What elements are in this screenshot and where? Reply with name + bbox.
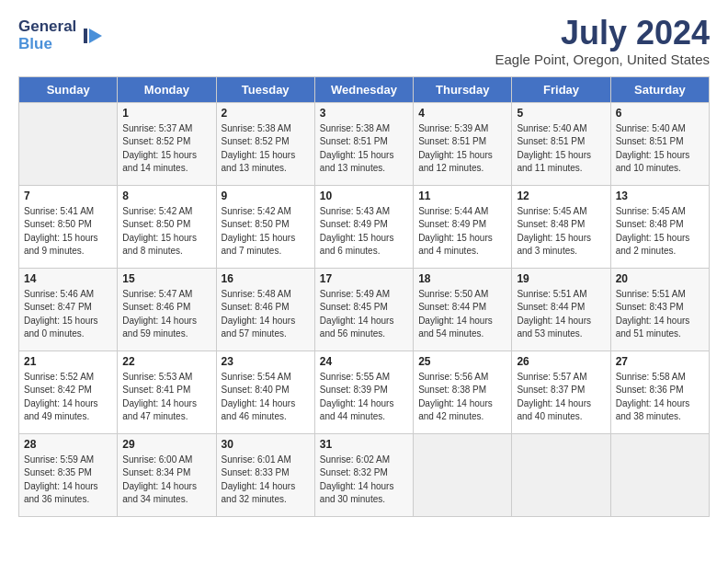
cell-content: Sunrise: 5:59 AM Sunset: 8:35 PM Dayligh… [24, 454, 112, 507]
cell-content: Sunrise: 5:55 AM Sunset: 8:39 PM Dayligh… [320, 371, 408, 424]
location-title: Eagle Point, Oregon, United States [495, 52, 710, 67]
calendar-cell: 10Sunrise: 5:43 AM Sunset: 8:49 PM Dayli… [314, 185, 413, 268]
calendar-cell: 17Sunrise: 5:49 AM Sunset: 8:45 PM Dayli… [314, 268, 413, 350]
calendar-cell: 13Sunrise: 5:45 AM Sunset: 8:48 PM Dayli… [610, 185, 709, 268]
cell-content: Sunrise: 5:58 AM Sunset: 8:36 PM Dayligh… [616, 371, 704, 424]
week-row-4: 21Sunrise: 5:52 AM Sunset: 8:42 PM Dayli… [19, 350, 710, 433]
day-number: 12 [517, 190, 605, 202]
day-number: 20 [616, 272, 704, 285]
calendar-cell: 18Sunrise: 5:50 AM Sunset: 8:44 PM Dayli… [414, 268, 512, 350]
cell-content: Sunrise: 5:37 AM Sunset: 8:52 PM Dayligh… [122, 122, 210, 176]
week-row-5: 28Sunrise: 5:59 AM Sunset: 8:35 PM Dayli… [19, 433, 710, 516]
header-day-tuesday: Tuesday [216, 76, 314, 102]
day-number: 30 [222, 438, 310, 451]
calendar-cell: 29Sunrise: 6:00 AM Sunset: 8:34 PM Dayli… [118, 433, 216, 516]
day-number: 2 [222, 107, 310, 120]
page-header: General Blue July 2024 Eagle Point, Oreg… [18, 15, 710, 67]
day-number: 1 [122, 107, 210, 120]
logo-icon [80, 23, 106, 49]
calendar-cell: 14Sunrise: 5:46 AM Sunset: 8:47 PM Dayli… [19, 268, 118, 350]
week-row-3: 14Sunrise: 5:46 AM Sunset: 8:47 PM Dayli… [19, 268, 710, 350]
cell-content: Sunrise: 5:45 AM Sunset: 8:48 PM Dayligh… [517, 205, 605, 259]
cell-content: Sunrise: 5:42 AM Sunset: 8:50 PM Dayligh… [122, 205, 210, 259]
calendar-cell: 16Sunrise: 5:48 AM Sunset: 8:46 PM Dayli… [216, 268, 314, 350]
day-number: 22 [122, 355, 210, 368]
day-number: 18 [418, 272, 506, 285]
day-number: 16 [222, 272, 310, 285]
calendar-cell: 21Sunrise: 5:52 AM Sunset: 8:42 PM Dayli… [19, 350, 118, 433]
week-row-2: 7Sunrise: 5:41 AM Sunset: 8:50 PM Daylig… [19, 185, 710, 268]
day-number: 8 [122, 190, 210, 202]
calendar-cell: 11Sunrise: 5:44 AM Sunset: 8:49 PM Dayli… [414, 185, 512, 268]
day-number: 10 [320, 190, 408, 202]
calendar-cell: 26Sunrise: 5:57 AM Sunset: 8:37 PM Dayli… [512, 350, 610, 433]
header-day-monday: Monday [118, 76, 216, 102]
calendar-cell: 6Sunrise: 5:40 AM Sunset: 8:51 PM Daylig… [610, 102, 709, 185]
svg-rect-1 [84, 29, 87, 43]
day-number: 31 [320, 438, 408, 451]
calendar-cell: 30Sunrise: 6:01 AM Sunset: 8:33 PM Dayli… [216, 433, 314, 516]
cell-content: Sunrise: 5:49 AM Sunset: 8:45 PM Dayligh… [320, 288, 408, 341]
logo-blue-text: Blue [18, 36, 76, 53]
calendar-cell [414, 433, 512, 516]
calendar-cell: 1Sunrise: 5:37 AM Sunset: 8:52 PM Daylig… [118, 102, 216, 185]
day-number: 28 [24, 438, 112, 451]
cell-content: Sunrise: 5:57 AM Sunset: 8:37 PM Dayligh… [517, 371, 605, 424]
day-number: 29 [122, 438, 210, 451]
cell-content: Sunrise: 5:48 AM Sunset: 8:46 PM Dayligh… [222, 288, 310, 341]
calendar-cell: 5Sunrise: 5:40 AM Sunset: 8:51 PM Daylig… [512, 102, 610, 185]
calendar-body: 1Sunrise: 5:37 AM Sunset: 8:52 PM Daylig… [19, 102, 710, 516]
cell-content: Sunrise: 5:41 AM Sunset: 8:50 PM Dayligh… [24, 205, 112, 259]
calendar-cell: 2Sunrise: 5:38 AM Sunset: 8:52 PM Daylig… [216, 102, 314, 185]
header-day-sunday: Sunday [19, 76, 118, 102]
cell-content: Sunrise: 5:44 AM Sunset: 8:49 PM Dayligh… [418, 205, 506, 259]
header-row: SundayMondayTuesdayWednesdayThursdayFrid… [19, 76, 710, 102]
cell-content: Sunrise: 5:50 AM Sunset: 8:44 PM Dayligh… [418, 288, 506, 341]
day-number: 14 [24, 272, 112, 285]
calendar-cell: 4Sunrise: 5:39 AM Sunset: 8:51 PM Daylig… [414, 102, 512, 185]
cell-content: Sunrise: 6:00 AM Sunset: 8:34 PM Dayligh… [122, 454, 210, 507]
header-day-wednesday: Wednesday [314, 76, 413, 102]
calendar-cell: 15Sunrise: 5:47 AM Sunset: 8:46 PM Dayli… [118, 268, 216, 350]
calendar-cell: 24Sunrise: 5:55 AM Sunset: 8:39 PM Dayli… [314, 350, 413, 433]
cell-content: Sunrise: 5:51 AM Sunset: 8:43 PM Dayligh… [616, 288, 704, 341]
header-day-friday: Friday [512, 76, 610, 102]
day-number: 11 [418, 190, 506, 202]
cell-content: Sunrise: 5:45 AM Sunset: 8:48 PM Dayligh… [616, 205, 704, 259]
calendar-cell: 22Sunrise: 5:53 AM Sunset: 8:41 PM Dayli… [118, 350, 216, 433]
header-day-saturday: Saturday [610, 76, 709, 102]
cell-content: Sunrise: 5:43 AM Sunset: 8:49 PM Dayligh… [320, 205, 408, 259]
calendar-cell: 12Sunrise: 5:45 AM Sunset: 8:48 PM Dayli… [512, 185, 610, 268]
day-number: 6 [616, 107, 704, 120]
day-number: 7 [24, 190, 112, 202]
logo-general-text: General [18, 18, 76, 36]
day-number: 9 [222, 190, 310, 202]
cell-content: Sunrise: 5:40 AM Sunset: 8:51 PM Dayligh… [517, 122, 605, 176]
day-number: 3 [320, 107, 408, 120]
calendar-cell: 25Sunrise: 5:56 AM Sunset: 8:38 PM Dayli… [414, 350, 512, 433]
month-title: July 2024 [495, 15, 710, 52]
calendar-cell: 7Sunrise: 5:41 AM Sunset: 8:50 PM Daylig… [19, 185, 118, 268]
calendar-cell: 20Sunrise: 5:51 AM Sunset: 8:43 PM Dayli… [610, 268, 709, 350]
calendar-cell: 27Sunrise: 5:58 AM Sunset: 8:36 PM Dayli… [610, 350, 709, 433]
calendar-cell: 31Sunrise: 6:02 AM Sunset: 8:32 PM Dayli… [314, 433, 413, 516]
cell-content: Sunrise: 5:42 AM Sunset: 8:50 PM Dayligh… [222, 205, 310, 259]
day-number: 23 [222, 355, 310, 368]
cell-content: Sunrise: 5:54 AM Sunset: 8:40 PM Dayligh… [222, 371, 310, 424]
cell-content: Sunrise: 5:47 AM Sunset: 8:46 PM Dayligh… [122, 288, 210, 341]
header-day-thursday: Thursday [414, 76, 512, 102]
cell-content: Sunrise: 5:51 AM Sunset: 8:44 PM Dayligh… [517, 288, 605, 341]
cell-content: Sunrise: 5:56 AM Sunset: 8:38 PM Dayligh… [418, 371, 506, 424]
cell-content: Sunrise: 5:46 AM Sunset: 8:47 PM Dayligh… [24, 288, 112, 341]
cell-content: Sunrise: 5:38 AM Sunset: 8:51 PM Dayligh… [320, 122, 408, 176]
week-row-1: 1Sunrise: 5:37 AM Sunset: 8:52 PM Daylig… [19, 102, 710, 185]
calendar-cell: 23Sunrise: 5:54 AM Sunset: 8:40 PM Dayli… [216, 350, 314, 433]
day-number: 21 [24, 355, 112, 368]
cell-content: Sunrise: 5:53 AM Sunset: 8:41 PM Dayligh… [122, 371, 210, 424]
day-number: 27 [616, 355, 704, 368]
calendar-cell: 9Sunrise: 5:42 AM Sunset: 8:50 PM Daylig… [216, 185, 314, 268]
calendar-cell: 8Sunrise: 5:42 AM Sunset: 8:50 PM Daylig… [118, 185, 216, 268]
cell-content: Sunrise: 5:52 AM Sunset: 8:42 PM Dayligh… [24, 371, 112, 424]
calendar-cell: 28Sunrise: 5:59 AM Sunset: 8:35 PM Dayli… [19, 433, 118, 516]
day-number: 19 [517, 272, 605, 285]
